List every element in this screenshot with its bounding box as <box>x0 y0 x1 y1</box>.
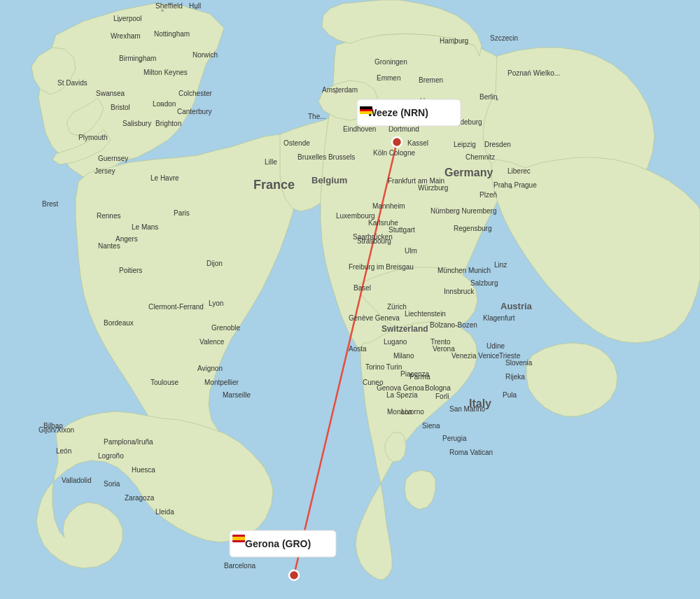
city-klagenfurt: Klagenfurt <box>483 314 515 322</box>
city-salisbury: Salisbury <box>122 120 151 127</box>
city-hamburg: Hamburg <box>440 37 468 45</box>
city-nottingham: Nottingham <box>154 30 190 38</box>
city-hull: Hull <box>189 2 201 10</box>
city-marseille: Marseille <box>223 391 251 399</box>
city-poznan: Poznań Wielko... <box>507 69 560 77</box>
city-wurzburg: Würzburg <box>418 184 448 192</box>
svg-rect-19 <box>232 537 245 540</box>
city-groningen: Groningen <box>374 58 407 66</box>
city-montpellier: Montpellier <box>204 379 239 386</box>
city-venice: Venezia Venice <box>451 352 500 360</box>
city-amsterdam: Amsterdam <box>322 86 358 94</box>
city-swansea: Swansea <box>96 90 125 97</box>
city-miltonkeynes: Milton Keynes <box>144 69 188 76</box>
city-nuremberg: Nürnberg Nuremberg <box>430 207 497 215</box>
city-livorno: Livorno <box>401 408 424 416</box>
city-paris: Paris <box>174 209 190 217</box>
city-wrexham: Wrexham <box>111 32 141 40</box>
city-dortmund: Dortmund <box>388 125 419 133</box>
city-innsbruck: Innsbruck <box>444 288 475 295</box>
city-cologne: Köln Cologne <box>373 149 415 157</box>
city-munich: München Munich <box>438 267 491 274</box>
city-freiburg: Freiburg im Breisgau <box>349 263 414 271</box>
city-valence: Valence <box>200 338 225 346</box>
city-liberec: Liberec <box>507 167 531 175</box>
city-nantes: Nantes <box>98 242 120 250</box>
city-bremen: Bremen <box>419 76 443 84</box>
city-brussels: Bruxelles Brussels <box>298 153 355 161</box>
city-linz: Linz <box>494 261 507 269</box>
city-germany: Germany <box>444 167 493 178</box>
city-rennes: Rennes <box>97 212 120 220</box>
city-liverpool: Liverpool <box>113 15 142 22</box>
city-kassel: Kassel <box>407 139 428 147</box>
city-angers: Angers <box>115 235 138 243</box>
city-forli: Forli <box>435 393 449 400</box>
city-brest: Brest <box>42 200 59 208</box>
city-zaragoza: Zaragoza <box>125 494 155 502</box>
city-lille: Lille <box>265 158 277 166</box>
city-lyon: Lyon <box>209 300 223 307</box>
city-logrono: Logroño <box>98 452 124 460</box>
map-container: Sheffield Liverpool Hull Wrexham Notting… <box>0 0 700 599</box>
city-barcelona: Barcelona <box>224 562 255 570</box>
city-plymouth: Plymouth <box>78 134 108 141</box>
city-bolzano: Bolzano-Bozen <box>430 321 477 329</box>
city-pula: Pula <box>503 391 517 399</box>
city-prague: Praha Prague <box>493 181 537 189</box>
city-verona: Verona <box>433 345 455 353</box>
city-sanmarino: San Marino <box>449 405 486 413</box>
city-jersey: Jersey <box>94 167 115 175</box>
city-szczecin: Szczecin <box>490 34 518 42</box>
city-bristol: Bristol <box>111 104 130 111</box>
city-mannheim: Mannheim <box>372 202 405 210</box>
city-toulouse: Toulouse <box>150 379 178 386</box>
weeze-label: Weeze (NRN) <box>357 99 461 126</box>
city-norwich: Norwich <box>192 51 218 59</box>
city-london: London <box>153 100 176 108</box>
city-france: France <box>253 178 295 192</box>
city-thehague: The... <box>308 113 326 120</box>
city-leon: León <box>56 447 71 455</box>
svg-rect-15 <box>360 111 372 114</box>
city-lleida: Lleida <box>155 508 174 516</box>
city-switzerland: Switzerland <box>382 324 428 334</box>
city-valladolid: Valladolid <box>62 477 92 484</box>
city-torino: Torino Turin <box>365 363 402 371</box>
city-clermontferrand: Clermont-Ferrand <box>148 303 204 311</box>
city-lemans: Le Mans <box>132 223 158 231</box>
city-austria: Austria <box>500 301 533 311</box>
city-parma: Parma <box>410 373 430 381</box>
city-dijon: Dijon <box>206 260 223 267</box>
city-aosta: Aosta <box>349 345 367 353</box>
city-ulm: Ulm <box>405 247 417 255</box>
city-eindhoven: Eindhoven <box>343 125 376 133</box>
city-avignon: Avignon <box>197 365 223 372</box>
weeze-dot <box>392 137 402 147</box>
city-roma: Roma Vatican <box>449 449 493 456</box>
city-bologna: Bologna <box>425 384 451 392</box>
city-strasbourg: Strasbourg <box>357 237 391 245</box>
city-emmen: Emmen <box>377 74 400 82</box>
city-perugia: Perugia <box>442 435 467 442</box>
city-salzburg: Salzburg <box>470 279 498 287</box>
map-svg: Sheffield Liverpool Hull Wrexham Notting… <box>0 0 700 599</box>
city-siena: Siena <box>422 422 440 430</box>
city-gijon: Gijón/Xixon <box>38 426 74 434</box>
city-canterbury: Canterbury <box>177 108 211 115</box>
city-slovenia: Slovenia <box>505 359 533 367</box>
city-lehavre: Le Havre <box>150 174 179 182</box>
city-laspezia: La Spezia <box>386 391 418 399</box>
city-zurich: Zürich <box>387 303 407 311</box>
city-basel: Basel <box>354 284 371 292</box>
city-ostende: Ostende <box>284 139 310 147</box>
city-belgium: Belgium <box>312 175 347 185</box>
city-liechtenstein: Liechtenstein <box>405 310 446 318</box>
city-soria: Soria <box>104 480 120 488</box>
city-chemnitz: Chemnitz <box>465 153 495 161</box>
city-sheffield: Sheffield <box>155 2 183 10</box>
city-birmingham: Birmingham <box>119 55 156 62</box>
city-guernsey: Guernsey <box>98 155 128 162</box>
city-plzen: Plzeň <box>479 191 497 199</box>
city-pamplona: Pamplona/Iruña <box>104 438 153 446</box>
